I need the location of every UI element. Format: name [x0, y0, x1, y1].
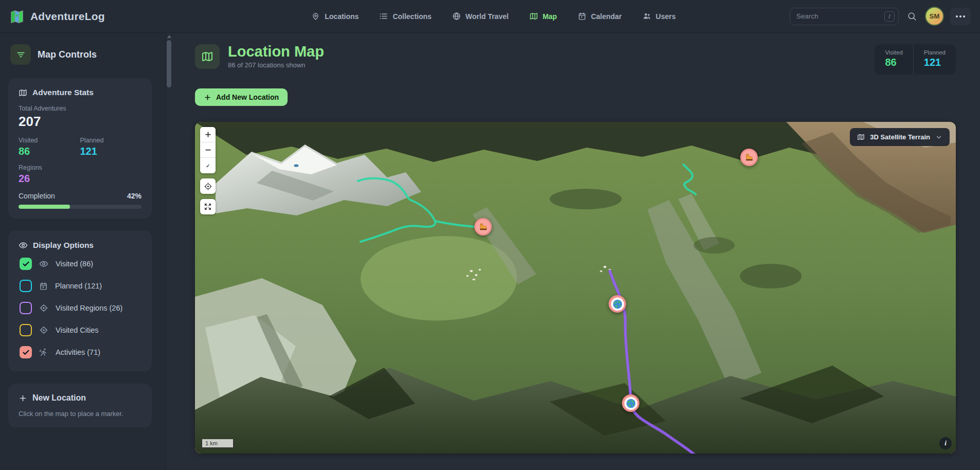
- zoom-in-button[interactable]: [200, 127, 216, 142]
- option-label: Planned (121): [55, 282, 102, 290]
- header-planned-label: Planned: [924, 49, 946, 56]
- target-icon: [39, 326, 48, 335]
- nav-item-calendar[interactable]: Calendar: [571, 8, 629, 25]
- map-zoom-controls: [200, 127, 216, 173]
- map-style-label: 3D Satellite Terrain: [870, 133, 930, 141]
- runner-icon: [39, 348, 48, 357]
- nav-label: Map: [543, 12, 557, 21]
- total-adventures-label: Total Adventures: [19, 105, 141, 112]
- geolocate-button[interactable]: [200, 178, 216, 194]
- plus-icon: [204, 94, 211, 101]
- eye-icon: [39, 259, 48, 268]
- header-stats: Visited 86 Planned 121: [875, 44, 956, 75]
- adventure-stats-title: Adventure Stats: [32, 88, 94, 97]
- visited-regions-checkbox[interactable]: [20, 302, 32, 314]
- add-button-label: Add New Location: [216, 93, 279, 101]
- activities-checkbox[interactable]: [20, 346, 32, 358]
- completion-value: 42%: [127, 192, 141, 200]
- option-planned[interactable]: Planned (121): [20, 280, 141, 292]
- brand[interactable]: AdventureLog: [9, 9, 251, 24]
- hiking-boot-icon: [744, 153, 754, 162]
- visited-cities-checkbox[interactable]: [20, 324, 32, 336]
- eye-icon: [19, 241, 28, 250]
- globe-icon: [626, 398, 636, 409]
- visited-label: Visited: [19, 137, 80, 144]
- vertical-scrollbar[interactable]: [166, 33, 172, 470]
- terrain-3d-satellite[interactable]: [195, 122, 956, 454]
- page-subtitle: 86 of 207 locations shown: [228, 61, 324, 69]
- map-canvas[interactable]: 3D Satellite Terrain 1 km: [195, 122, 956, 454]
- marker-hiking-upper-right[interactable]: [740, 149, 758, 166]
- marker-globe-lower-right[interactable]: [622, 394, 639, 412]
- map-controls-sidebar: Map Controls Adventure Stats Total Adven…: [0, 33, 166, 470]
- brand-title: AdventureLog: [30, 10, 105, 23]
- display-options-title: Display Options: [33, 241, 94, 250]
- nav-label: Calendar: [591, 12, 622, 21]
- chevron-down-icon: [935, 134, 942, 141]
- adventure-stats-header: Adventure Stats: [19, 88, 141, 97]
- hiking-boot-icon: [478, 222, 488, 231]
- navbar-right: / SM: [790, 7, 971, 26]
- visited-value: 86: [19, 146, 80, 157]
- filter-icon[interactable]: [10, 44, 31, 65]
- avatar[interactable]: SM: [925, 7, 944, 26]
- option-label: Visited (86): [56, 260, 93, 268]
- overflow-menu-button[interactable]: [950, 8, 971, 25]
- scrollbar-thumb[interactable]: [167, 40, 171, 87]
- new-location-title: New Location: [32, 393, 86, 403]
- marker-ring: [611, 298, 624, 311]
- option-label: Activities (71): [56, 348, 100, 356]
- sidebar-title: Map Controls: [38, 49, 97, 60]
- marker-ring: [625, 397, 637, 410]
- globe-icon: [612, 299, 623, 310]
- search-button[interactable]: [905, 9, 919, 23]
- option-visited[interactable]: Visited (86): [20, 258, 141, 270]
- header-planned-value: 121: [924, 57, 946, 68]
- map-style-selector[interactable]: 3D Satellite Terrain: [850, 128, 950, 146]
- main-content: Location Map 86 of 207 locations shown V…: [172, 33, 980, 470]
- ellipsis-icon: [956, 15, 965, 17]
- nav-item-collections[interactable]: Collections: [372, 8, 438, 25]
- planned-value: 121: [80, 146, 142, 157]
- map-scale: 1 km: [201, 439, 234, 448]
- zoom-out-button[interactable]: [200, 142, 216, 158]
- nav-item-locations[interactable]: Locations: [305, 8, 365, 25]
- total-adventures-value: 207: [19, 114, 141, 130]
- completion-label: Completion: [19, 192, 55, 200]
- marker-hiking-center-left[interactable]: [474, 218, 492, 236]
- main-navigation: Locations Collections World Travel Map C…: [305, 8, 682, 25]
- nav-item-users[interactable]: Users: [636, 8, 683, 25]
- pin-icon: [311, 12, 320, 21]
- nav-item-world-travel[interactable]: World Travel: [446, 8, 515, 25]
- sidebar-header: Map Controls: [10, 44, 152, 65]
- users-icon: [643, 12, 651, 21]
- attribution-info-button[interactable]: i: [939, 437, 952, 449]
- top-navbar: AdventureLog Locations Collections World…: [0, 0, 980, 33]
- scroll-up-arrow[interactable]: [167, 35, 171, 38]
- adventure-stats-card: Adventure Stats Total Adventures 207 Vis…: [8, 78, 152, 219]
- planned-checkbox[interactable]: [20, 280, 32, 292]
- calendar-icon: [39, 282, 48, 291]
- display-options-header: Display Options: [19, 241, 141, 250]
- search-input[interactable]: [790, 8, 899, 25]
- marker-globe-center-right[interactable]: [609, 295, 626, 313]
- compass-button[interactable]: [200, 158, 216, 173]
- globe-icon: [452, 12, 461, 21]
- search-icon: [907, 11, 917, 21]
- option-visited-regions[interactable]: Visited Regions (26): [20, 302, 141, 314]
- plus-icon: [19, 394, 27, 403]
- option-visited-cities[interactable]: Visited Cities: [20, 324, 141, 336]
- add-new-location-button[interactable]: Add New Location: [195, 88, 288, 106]
- fullscreen-button[interactable]: [200, 199, 216, 214]
- planned-label: Planned: [80, 137, 142, 144]
- map-icon: [19, 88, 27, 97]
- location-map-icon: [195, 44, 220, 69]
- header-visited-label: Visited: [885, 49, 902, 56]
- new-location-hint: Click on the map to place a marker.: [19, 410, 141, 418]
- option-activities[interactable]: Activities (71): [20, 346, 141, 358]
- visited-checkbox[interactable]: [20, 258, 32, 270]
- completion-progress: [19, 205, 141, 209]
- nav-item-map[interactable]: Map: [523, 8, 564, 25]
- option-label: Visited Cities: [56, 326, 99, 334]
- nav-label: Locations: [325, 12, 359, 21]
